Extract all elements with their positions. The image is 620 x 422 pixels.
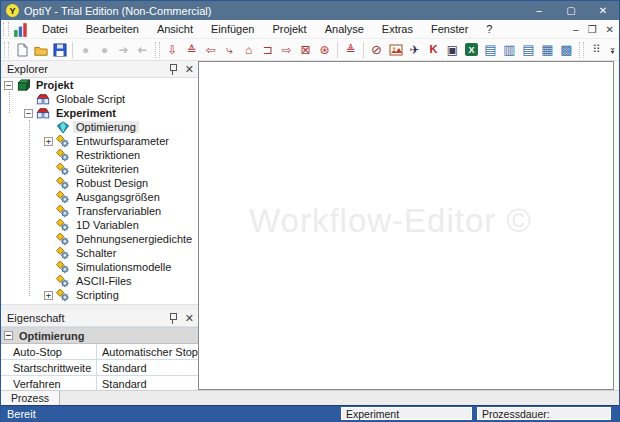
tree-item-ausgangsgr-en[interactable]: Ausgangsgrößen [1,190,198,204]
parameter-icon [56,274,73,288]
window-layout-2-icon[interactable]: ▩ [557,41,576,59]
tree-item-entwurfsparameter[interactable]: +Entwurfsparameter [1,134,198,148]
toolbar-grip[interactable] [4,42,9,58]
menu-item-einf-gen[interactable]: Einfügen [202,21,263,37]
dots-menu-icon[interactable]: ⠿ [587,41,606,59]
property-grid: − Optimierung Auto-StopAutomatischer Sto… [1,327,198,392]
tree-item-label: Optimierung [73,121,139,133]
property-value[interactable]: Standard [97,360,198,375]
collapse-icon[interactable]: − [4,331,13,340]
pin-icon[interactable] [168,313,177,324]
menu-item-ansicht[interactable]: Ansicht [148,21,202,37]
tree-item-projekt[interactable]: −Projekt [1,78,198,92]
property-value[interactable]: Standard [97,376,198,391]
parameter-icon [56,190,73,204]
insert-10-icon[interactable]: ≜ [341,41,360,59]
model-icon[interactable]: ▣ [443,41,462,59]
insert-5-icon[interactable]: ⌂ [239,41,258,59]
chart-logo-icon [13,22,29,36]
tree-item-g-tekriterien[interactable]: Gütekriterien [1,162,198,176]
image-export-icon[interactable] [386,41,405,59]
property-row-auto-stop[interactable]: Auto-StopAutomatischer Stop [1,344,198,360]
parameter-icon [56,162,73,176]
menu-item-extras[interactable]: Extras [373,21,422,37]
chevron-down-icon[interactable]: ⌄▾ [606,41,619,59]
workflow-editor-canvas[interactable]: Workflow-Editor © [198,61,614,390]
toolbar-separator [363,42,364,58]
abort-icon[interactable]: ⊘ [367,41,386,59]
bottom-tab-bar: Prozess [1,390,619,405]
menu-grip[interactable] [3,22,9,36]
mdi-close-button[interactable]: ✕ [606,25,614,35]
expand-icon[interactable]: + [44,291,53,300]
tree-item-1d-variablen[interactable]: 1D Variablen [1,218,198,232]
tree-item-experiment[interactable]: −Experiment [1,106,198,120]
window-layout-1-icon[interactable]: ▦ [538,41,557,59]
step-forward-icon[interactable]: ➜ [114,41,133,59]
tree-item-label: Scripting [73,289,122,301]
tree-item-scripting[interactable]: +Scripting [1,288,198,302]
maximize-button[interactable]: ▢ [555,1,587,20]
tree-item-robust-design[interactable]: Robust Design [1,176,198,190]
report-view-3-icon[interactable]: ▤ [519,41,538,59]
save-icon[interactable] [50,41,69,59]
menu-item-[interactable]: ? [477,21,501,37]
parameter-icon [56,232,73,246]
tree-item-label: Experiment [53,107,119,119]
insert-4-icon[interactable]: ⤷ [220,41,239,59]
insert-1-icon[interactable]: ⇩ [163,41,182,59]
excel-export-icon[interactable]: X [462,41,481,59]
toolbar-grip[interactable] [155,42,160,58]
pin-icon[interactable] [168,64,177,75]
insert-6-icon[interactable]: ⊐ [258,41,277,59]
tree-item-simulationsmodelle[interactable]: Simulationsmodelle [1,260,198,274]
mdi-minimize-button[interactable]: – [573,25,579,35]
tree-item-globale-script[interactable]: Globale Script [1,92,198,106]
menu-item-projekt[interactable]: Projekt [263,21,315,37]
k-tool-icon[interactable]: K [424,41,443,59]
simulation-icon[interactable]: ✈ [405,41,424,59]
new-file-icon[interactable] [12,41,31,59]
collapse-icon[interactable]: − [24,109,33,118]
tree-item-dehnungsenergiedichte[interactable]: Dehnungsenergiedichte [1,232,198,246]
minimize-button[interactable]: – [523,1,555,20]
close-icon[interactable]: ✕ [185,64,194,75]
insert-2-icon[interactable]: ≙ [182,41,201,59]
property-group-row[interactable]: − Optimierung [1,328,198,344]
insert-3-icon[interactable]: ⇦ [201,41,220,59]
close-icon[interactable]: ✕ [185,313,194,324]
parameter-icon [56,134,73,148]
insert-8-icon[interactable]: ⊠ [296,41,315,59]
menu-item-fenster[interactable]: Fenster [422,21,477,37]
tree-item-restriktionen[interactable]: Restriktionen [1,148,198,162]
property-row-startschrittweite[interactable]: StartschrittweiteStandard [1,360,198,376]
open-file-icon[interactable] [31,41,50,59]
close-button[interactable]: ✕ [587,1,619,20]
tree-item-label: Projekt [33,79,76,91]
menu-item-analyse[interactable]: Analyse [316,21,373,37]
report-view-2-icon[interactable]: ▥ [500,41,519,59]
insert-7-icon[interactable]: ⇨ [277,41,296,59]
collapse-icon[interactable]: − [4,81,13,90]
menu-item-datei[interactable]: Datei [33,21,77,37]
tab-prozess[interactable]: Prozess [1,391,60,405]
watermark-text: Workflow-Editor © [249,202,532,240]
expand-icon[interactable]: + [44,137,53,146]
toolbar-grip[interactable] [579,42,584,58]
run-disabled-icon[interactable]: ● [76,41,95,59]
tree-item-label: ASCII-Files [73,275,135,287]
parameter-icon [56,246,73,260]
project-tree: −ProjektGlobale Script−ExperimentOptimie… [1,78,198,304]
tree-item-optimierung[interactable]: Optimierung [1,120,198,134]
tree-item-schalter[interactable]: Schalter [1,246,198,260]
menu-item-bearbeiten[interactable]: Bearbeiten [77,21,148,37]
stop-disabled-icon[interactable]: ● [95,41,114,59]
report-view-1-icon[interactable]: ▤ [481,41,500,59]
step-back-icon[interactable]: ➜ [133,41,152,59]
tree-item-ascii-files[interactable]: ASCII-Files [1,274,198,288]
property-value[interactable]: Automatischer Stop [97,344,198,359]
insert-9-icon[interactable]: ⊛ [315,41,334,59]
script-icon [36,106,53,120]
mdi-restore-button[interactable]: ❐ [588,25,597,35]
tree-item-transfervariablen[interactable]: Transfervariablen [1,204,198,218]
